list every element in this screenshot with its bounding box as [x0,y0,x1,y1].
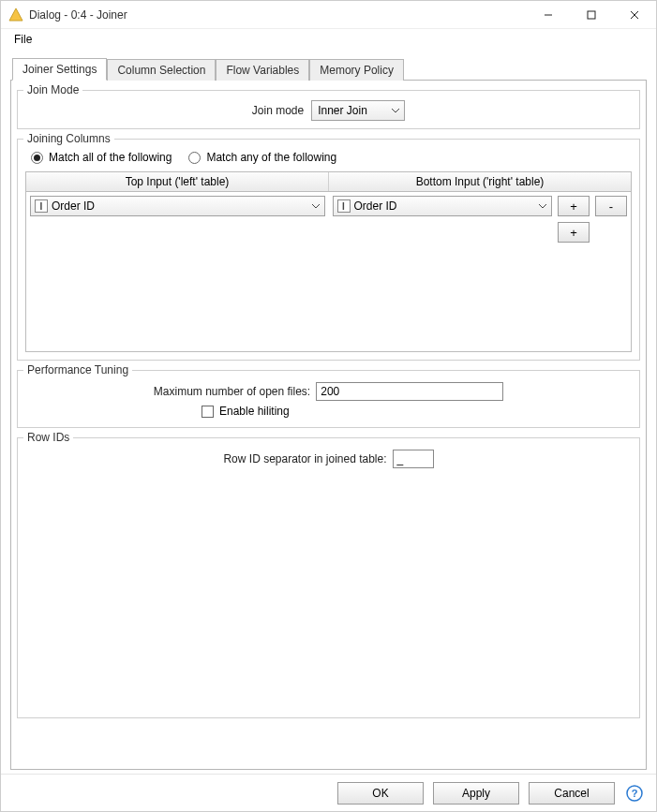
menubar: File [1,29,656,50]
header-right: Bottom Input ('right' table) [329,172,631,191]
radio-label: Match any of the following [206,151,336,164]
group-performance-tuning: Performance Tuning Maximum number of ope… [17,370,640,428]
remove-row-button[interactable]: - [595,196,627,216]
tabstrip: Joiner Settings Column Selection Flow Va… [12,57,647,80]
right-column-select[interactable]: I Order ID [333,196,553,216]
window-controls [527,1,656,28]
left-column-select[interactable]: I Order ID [30,196,325,216]
row-id-separator-input[interactable]: _ [393,450,434,468]
app-icon [8,7,23,22]
row-id-separator-label: Row ID separator in joined table: [223,452,386,465]
radio-match-all[interactable]: Match all of the following [31,151,172,164]
join-columns-body: I Order ID I Order ID [26,192,631,351]
btn-label: Cancel [554,787,589,800]
tab-label: Flow Variables [226,64,299,77]
btn-label: + [570,226,577,240]
titlebar: Dialog - 0:4 - Joiner [1,1,656,29]
input-value: _ [397,452,404,465]
group-title: Join Mode [23,83,82,96]
radio-dot-icon [31,152,43,164]
svg-marker-0 [9,8,22,21]
chevron-down-icon [391,108,400,113]
svg-line-4 [631,11,638,19]
tab-memory-policy[interactable]: Memory Policy [309,59,404,81]
group-join-mode: Join Mode Join mode Inner Join [17,90,640,129]
cancel-button[interactable]: Cancel [529,782,615,805]
tab-label: Column Selection [117,64,205,77]
add-row-button[interactable]: + [558,196,590,216]
window-title: Dialog - 0:4 - Joiner [29,8,527,22]
group-row-ids: Row IDs Row ID separator in joined table… [17,437,640,718]
right-column-value: Order ID [354,199,397,213]
join-mode-label: Join mode [252,104,304,117]
left-column-value: Order ID [52,199,95,213]
row-action-buttons: + - + [558,196,627,347]
group-title: Joining Columns [23,132,114,145]
dialog-window: Dialog - 0:4 - Joiner File Joiner Settin… [0,0,657,812]
btn-label: OK [372,787,388,800]
btn-label: - [609,199,613,214]
max-open-files-label: Maximum number of open files: [154,385,310,398]
tabpage-joiner-settings: Join Mode Join mode Inner Join Joining C… [10,80,647,770]
integer-type-icon: I [337,199,351,213]
checkbox-box-icon [202,406,214,418]
apply-button[interactable]: Apply [433,782,519,805]
group-title: Performance Tuning [23,363,132,376]
input-value: 200 [321,385,339,398]
header-left: Top Input ('left' table) [26,172,329,191]
btn-label: Apply [462,787,490,800]
btn-label: + [570,199,577,214]
svg-text:?: ? [632,788,638,799]
tab-joiner-settings[interactable]: Joiner Settings [12,58,107,81]
help-button[interactable]: ? [624,783,645,804]
svg-rect-2 [588,11,595,19]
checkbox-label: Enable hiliting [219,405,290,418]
dialog-buttonbar: OK Apply Cancel ? [1,774,656,811]
max-open-files-input[interactable]: 200 [316,382,503,401]
radio-match-any[interactable]: Match any of the following [188,151,336,164]
tab-label: Memory Policy [320,64,394,77]
join-mode-value: Inner Join [318,104,367,117]
chevron-down-icon [311,203,321,209]
content-area: Joiner Settings Column Selection Flow Va… [1,50,656,774]
radio-label: Match all of the following [49,151,172,164]
enable-hiliting-checkbox[interactable]: Enable hiliting [202,405,290,418]
radio-dot-icon [188,152,201,164]
join-columns-table: Top Input ('left' table) Bottom Input ('… [25,171,632,352]
close-button[interactable] [613,1,656,28]
minimize-button[interactable] [527,1,570,28]
match-mode-radios: Match all of the following Match any of … [25,149,632,171]
tab-flow-variables[interactable]: Flow Variables [216,59,309,81]
group-joining-columns: Joining Columns Match all of the followi… [17,139,640,361]
add-row-button-2[interactable]: + [558,222,590,243]
menu-file[interactable]: File [8,31,37,48]
tab-column-selection[interactable]: Column Selection [107,59,216,81]
integer-type-icon: I [35,199,48,213]
help-icon: ? [626,785,643,802]
tab-label: Joiner Settings [22,63,97,76]
svg-line-3 [631,11,638,19]
join-columns-header: Top Input ('left' table) Bottom Input ('… [26,172,631,192]
group-title: Row IDs [23,431,73,444]
join-mode-select[interactable]: Inner Join [311,100,405,121]
chevron-down-icon [538,203,547,209]
maximize-button[interactable] [570,1,613,28]
ok-button[interactable]: OK [337,782,424,805]
